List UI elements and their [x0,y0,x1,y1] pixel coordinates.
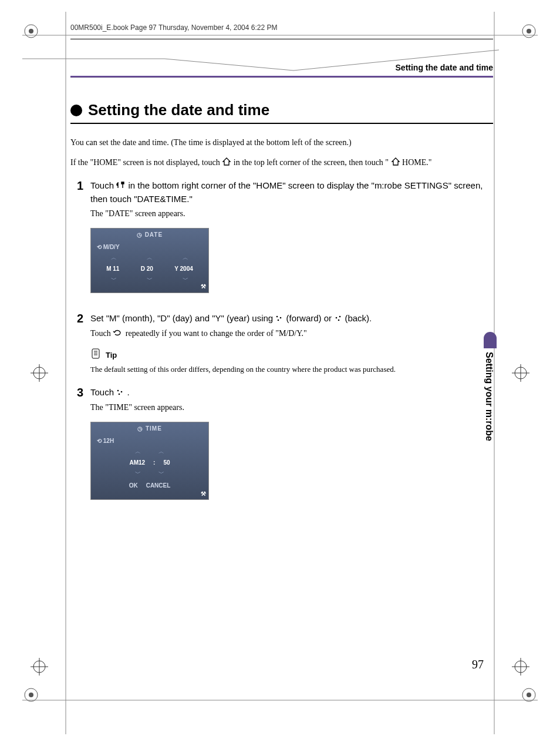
registration-mark-icon [23,687,39,703]
forward-dots-icon [275,312,284,325]
chevron-down-icon: ﹀ [147,275,153,284]
year-value: 2004 [180,266,193,272]
title-underline [70,123,493,124]
cycle-icon: ⟲ [97,438,102,444]
clock-icon: ◷ [137,231,143,238]
svg-point-32 [338,319,340,321]
precondition-text: If the "HOME" screen is not displayed, t… [70,157,493,169]
date-screen-figure: ◷ DATE ⟲ M/D/Y ︿︿︿ M 11 D 20 Y 2004 ﹀﹀﹀ … [90,228,209,293]
chevron-up-icon: ︿ [111,254,117,263]
step-1: 1 Touch in the bottom right corner of th… [70,179,493,301]
ok-button-label: OK [129,482,138,490]
format-label: M/D/Y [103,244,120,250]
year-label: Y [174,266,178,272]
registration-mark-icon [521,23,537,39]
step-text: (back). [345,313,372,323]
format-label: 12H [103,438,114,444]
chevron-down-icon: ﹀ [183,275,188,284]
tip: Tip [90,348,493,363]
page-number: 97 [472,658,484,671]
tip-text: The default setting of this order differ… [90,364,493,375]
forward-dots-icon [116,387,124,399]
svg-point-37 [117,390,119,392]
tip-label: Tip [106,350,117,361]
svg-point-10 [527,29,531,33]
crosshair-icon [31,364,48,382]
month-label: M [106,266,111,272]
svg-point-29 [278,319,279,321]
registration-mark-icon [23,23,39,39]
tab-cap [484,332,497,348]
step-text: in the bottom right corner of the "HOME"… [90,180,483,204]
tools-icon [116,180,126,193]
time-screen-figure: ◷ TIME ⟲ 12H ︿︿ AM12 : 50 ﹀﹀ OK CANCEL ⚒ [90,422,209,500]
crosshair-icon [512,364,529,382]
running-header: Setting the date and time [70,63,493,72]
intro-text: You can set the date and time. (The time… [70,137,493,149]
svg-point-30 [339,315,341,317]
hour-value: AM12 [129,459,145,468]
tab-label: Setting your m:robe [484,352,494,441]
svg-point-28 [280,317,282,318]
cycle-icon: ⟲ [97,244,102,250]
chevron-up-icon: ︿ [147,254,153,263]
step-sub: The "DATE" screen appears. [90,208,493,220]
svg-point-14 [527,693,531,697]
section-divider [70,76,493,78]
crosshair-icon [31,658,48,676]
bullet-icon [70,105,82,116]
svg-point-27 [276,315,278,317]
month-value: 11 [113,266,119,272]
note-icon [90,348,102,363]
step-3: 3 Touch . The "TIME" screen appears. ◷ T… [70,386,493,508]
header-rule [70,39,493,39]
tools-icon: ⚒ [201,490,206,499]
back-dots-icon [334,312,342,325]
step-sub: Touch [90,329,113,338]
tools-icon: ⚒ [201,283,206,291]
chapter-tab: Setting your m:robe [484,332,497,438]
cancel-button-label: CANCEL [146,482,171,490]
chevron-up-icon: ︿ [158,448,164,456]
screen-title: TIME [146,425,162,432]
crosshair-icon [512,658,529,676]
svg-point-12 [29,693,33,697]
step-sub: The "TIME" screen appears. [90,402,493,414]
step-2: 2 Set "M" (month), "D" (day) and "Y" (ye… [70,312,493,375]
section-title: Setting the date and time [70,101,493,119]
chevron-up-icon: ︿ [135,448,141,456]
title-text: Setting the date and time [88,101,269,119]
minute-value: 50 [163,459,170,468]
svg-rect-33 [92,349,99,358]
cycle-icon [113,328,123,340]
day-label: D [141,266,145,272]
svg-point-8 [29,29,33,33]
header-metadata: 00MR500i_E.book Page 97 Thursday, Novemb… [70,23,493,32]
step-number: 3 [70,386,83,508]
clock-icon: ◷ [137,425,143,432]
step-number: 1 [70,179,83,301]
step-text: Set "M" (month), "D" (day) and "Y" (year… [90,313,275,323]
step-text: Touch [90,180,116,190]
step-text: . [127,387,129,397]
step-sub: repeatedly if you want to change the ord… [126,329,307,338]
precondition-part: HOME." [402,158,431,167]
home-icon [391,157,400,169]
step-text: Touch [90,387,116,397]
step-text: (forward) or [286,313,335,323]
precondition-part: If the "HOME" screen is not displayed, t… [70,158,222,167]
chevron-down-icon: ﹀ [111,275,117,284]
screen-title: DATE [145,231,163,238]
chevron-down-icon: ﹀ [158,469,164,478]
svg-point-31 [336,317,338,318]
day-value: 20 [147,266,153,272]
time-sep: : [153,459,155,468]
step-number: 2 [70,312,83,375]
registration-mark-icon [521,687,537,703]
svg-point-38 [121,391,123,393]
home-icon [222,157,231,169]
precondition-part: in the top left corner of the screen, th… [234,158,391,167]
svg-point-39 [119,394,120,395]
chevron-down-icon: ﹀ [135,469,141,478]
chevron-up-icon: ︿ [183,254,188,263]
